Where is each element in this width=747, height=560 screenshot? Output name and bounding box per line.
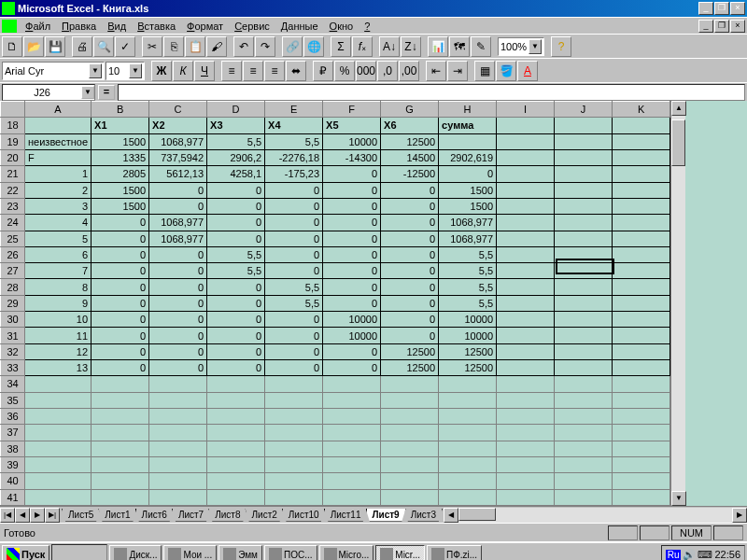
drawing-button[interactable]: ✎: [471, 36, 491, 57]
doc-restore-button[interactable]: ❐: [714, 20, 729, 33]
cell-G31[interactable]: 0: [381, 328, 439, 343]
cell-D34[interactable]: [207, 376, 265, 392]
cell-H24[interactable]: 1068,977: [439, 215, 497, 231]
cell-K19[interactable]: [613, 133, 670, 149]
cell-B28[interactable]: 0: [92, 279, 149, 295]
bold-button[interactable]: Ж: [151, 61, 172, 81]
cell-I24[interactable]: [497, 215, 555, 231]
cell-H38[interactable]: [439, 441, 497, 456]
row-header-41[interactable]: 41: [1, 489, 25, 506]
italic-button[interactable]: К: [173, 61, 193, 81]
scroll-up-button[interactable]: ▲: [671, 101, 686, 116]
cell-H35[interactable]: [439, 392, 497, 408]
cell-F39[interactable]: [323, 456, 381, 472]
menu-вид[interactable]: Вид: [102, 20, 132, 33]
cell-F23[interactable]: 0: [323, 198, 381, 214]
fill-color-button[interactable]: 🪣: [496, 61, 516, 81]
redo-button[interactable]: ↷: [255, 36, 275, 57]
cell-E29[interactable]: 5,5: [265, 295, 323, 311]
print-button[interactable]: 🖨: [72, 36, 92, 57]
cell-K41[interactable]: [613, 489, 670, 506]
cell-K24[interactable]: [613, 215, 670, 231]
cell-C24[interactable]: 1068,977: [149, 215, 207, 231]
equals-button[interactable]: =: [98, 85, 115, 100]
sheet-tab-Лист6[interactable]: Лист6: [135, 509, 174, 522]
cell-F31[interactable]: 10000: [323, 328, 381, 343]
cell-G26[interactable]: 0: [381, 246, 439, 262]
taskbar-button[interactable]: Micr...: [375, 545, 425, 560]
cell-A34[interactable]: [25, 376, 92, 392]
sort-desc-button[interactable]: Z↓: [401, 36, 421, 57]
cell-D19[interactable]: 5,5: [207, 133, 265, 149]
cell-G21[interactable]: -12500: [381, 166, 439, 182]
tray-icon[interactable]: ⌨: [698, 549, 712, 561]
cell-B31[interactable]: 0: [92, 328, 149, 343]
cell-K18[interactable]: [613, 118, 670, 133]
cell-F33[interactable]: 0: [323, 360, 381, 376]
cell-C18[interactable]: X2: [149, 118, 207, 133]
sheet-tab-Лист3[interactable]: Лист3: [404, 509, 443, 522]
borders-button[interactable]: ▦: [474, 61, 495, 81]
cell-G24[interactable]: 0: [381, 215, 439, 231]
horizontal-scrollbar[interactable]: ◀ ▶: [444, 508, 747, 523]
cell-J37[interactable]: [555, 425, 613, 441]
cell-C27[interactable]: 0: [149, 263, 207, 279]
cell-F25[interactable]: 0: [323, 231, 381, 246]
menu-?[interactable]: ?: [359, 20, 375, 33]
cell-G35[interactable]: [381, 392, 439, 408]
cell-C33[interactable]: 0: [149, 360, 207, 376]
cell-D36[interactable]: [207, 408, 265, 424]
cell-J30[interactable]: [555, 312, 613, 328]
cell-C35[interactable]: [149, 392, 207, 408]
column-header-K[interactable]: K: [613, 102, 670, 118]
cell-C40[interactable]: [149, 473, 207, 489]
quick-launch-item[interactable]: [53, 546, 70, 560]
cell-I41[interactable]: [497, 489, 555, 506]
cell-K26[interactable]: [613, 246, 670, 262]
cell-A28[interactable]: 8: [25, 279, 92, 295]
column-header-C[interactable]: C: [149, 102, 207, 118]
cell-F38[interactable]: [323, 441, 381, 456]
formula-input[interactable]: [118, 84, 745, 101]
cell-J20[interactable]: [555, 149, 613, 165]
row-header-20[interactable]: 20: [1, 149, 25, 165]
row-header-31[interactable]: 31: [1, 328, 25, 343]
cell-E26[interactable]: 0: [265, 246, 323, 262]
cell-A18[interactable]: [25, 118, 92, 133]
align-center-button[interactable]: ≡: [243, 61, 263, 81]
column-header-D[interactable]: D: [207, 102, 265, 118]
row-header-29[interactable]: 29: [1, 295, 25, 311]
cell-C25[interactable]: 1068,977: [149, 231, 207, 246]
column-header-H[interactable]: H: [439, 102, 497, 118]
row-header-39[interactable]: 39: [1, 456, 25, 472]
cell-K34[interactable]: [613, 376, 670, 392]
cell-J38[interactable]: [555, 441, 613, 456]
cell-D22[interactable]: 0: [207, 182, 265, 198]
cell-D18[interactable]: X3: [207, 118, 265, 133]
cell-G27[interactable]: 0: [381, 263, 439, 279]
cell-G19[interactable]: 12500: [381, 133, 439, 149]
cell-I28[interactable]: [497, 279, 555, 295]
increase-decimal-button[interactable]: ,0: [377, 61, 398, 81]
cell-A35[interactable]: [25, 392, 92, 408]
cell-E25[interactable]: 0: [265, 231, 323, 246]
cell-G25[interactable]: 0: [381, 231, 439, 246]
cell-G32[interactable]: 12500: [381, 343, 439, 359]
cell-E23[interactable]: 0: [265, 198, 323, 214]
cell-B37[interactable]: [92, 425, 149, 441]
save-button[interactable]: 💾: [45, 36, 65, 57]
web-toolbar-button[interactable]: 🌐: [303, 36, 324, 57]
cell-I27[interactable]: [497, 263, 555, 279]
cell-E34[interactable]: [265, 376, 323, 392]
cell-G29[interactable]: 0: [381, 295, 439, 311]
cell-C29[interactable]: 0: [149, 295, 207, 311]
menu-данные[interactable]: Данные: [275, 20, 324, 33]
cell-H40[interactable]: [439, 473, 497, 489]
cell-B34[interactable]: [92, 376, 149, 392]
cell-J24[interactable]: [555, 215, 613, 231]
copy-button[interactable]: ⎘: [163, 36, 184, 57]
cell-B36[interactable]: [92, 408, 149, 424]
cell-E36[interactable]: [265, 408, 323, 424]
cell-A29[interactable]: 9: [25, 295, 92, 311]
cell-G33[interactable]: 12500: [381, 360, 439, 376]
